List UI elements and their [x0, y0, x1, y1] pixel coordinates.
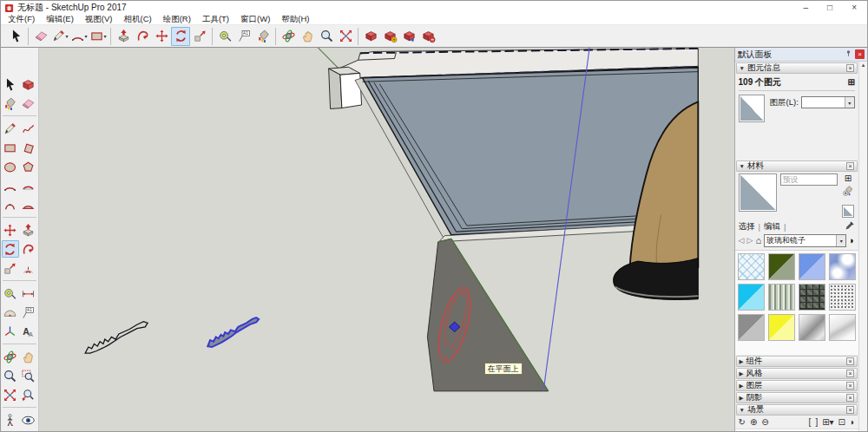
arc-tool-button[interactable] [2, 177, 19, 194]
walk-tool-button[interactable] [2, 411, 19, 429]
zoom-tool-button[interactable] [317, 27, 336, 46]
material-swatch-mirror-metal[interactable] [799, 314, 825, 341]
section-header-styles[interactable]: ▶风格× [736, 368, 858, 379]
section-header-entity-info[interactable]: ▼ 图元信息 × [736, 62, 858, 74]
collection-dropdown[interactable]: 玻璃和镜子 ▾ [764, 234, 846, 247]
back-icon[interactable]: ◁ [739, 236, 745, 245]
scale-tool-button[interactable] [190, 27, 209, 46]
minimize-button[interactable]: – [804, 2, 809, 14]
material-name-input[interactable] [780, 173, 838, 186]
update-scene-icon[interactable]: ↻ [739, 417, 746, 428]
move-tool-button[interactable] [152, 27, 171, 46]
close-section-button[interactable]: × [846, 382, 854, 389]
section-header-scenes[interactable]: ▼场景× [736, 404, 858, 416]
create-material-icon[interactable] [843, 185, 854, 198]
pin-icon[interactable] [845, 49, 852, 59]
bracket-left-icon[interactable]: [ [809, 417, 812, 428]
secondary-pane-toggle-icon[interactable]: ⊞ [848, 77, 855, 87]
panel-title-bar[interactable]: 默认面板 × [735, 48, 867, 62]
panel-scrollbar[interactable]: ▴ [858, 62, 867, 432]
menu-item-0[interactable]: 文件(F) [8, 14, 35, 25]
follow-me-tool-button[interactable] [20, 240, 37, 258]
paint-bucket-tool-button[interactable] [2, 95, 19, 112]
section-plane-tool-button[interactable] [361, 27, 380, 46]
follow-me-tool-button[interactable] [133, 27, 152, 46]
expand-icon[interactable]: ▶ [740, 383, 744, 389]
zoom-extents-tool-button[interactable] [336, 27, 355, 46]
section-header-layers[interactable]: ▶图层× [736, 380, 858, 391]
push-pull-tool-button[interactable] [114, 27, 133, 46]
push-pull-tool-button[interactable] [20, 221, 37, 239]
3d-text-tool-button[interactable] [20, 323, 37, 340]
zoom-window-tool-button[interactable] [20, 367, 37, 384]
material-swatch-glass-block[interactable] [799, 284, 825, 311]
section-header-shadows[interactable]: ▶阴影× [736, 392, 858, 403]
three-point-arc-tool-button[interactable] [2, 196, 19, 213]
material-swatch-glass-obscure[interactable] [829, 284, 856, 311]
section-header-components[interactable]: ▶组件× [736, 356, 858, 367]
text-tool-button[interactable] [20, 304, 37, 321]
menu-item-2[interactable]: 视图(V) [85, 14, 113, 25]
remove-scene-icon[interactable]: ⊖ [761, 417, 768, 428]
close-section-button[interactable]: × [846, 406, 854, 414]
rotate-tool-button[interactable] [2, 240, 19, 258]
section-fill-tool-button[interactable] [418, 27, 437, 46]
two-point-arc-tool-button[interactable] [20, 177, 37, 194]
rotated-rectangle-tool-button[interactable] [20, 139, 37, 156]
circle-tool-button[interactable] [2, 158, 19, 175]
close-section-button[interactable]: × [846, 394, 854, 402]
pie-tool-button[interactable] [20, 196, 37, 213]
menu-item-7[interactable]: 帮助(H) [281, 14, 309, 25]
close-section-button[interactable]: × [846, 162, 854, 170]
viewport-3d[interactable]: 在平面上 [39, 48, 734, 432]
text-tool-button[interactable] [234, 27, 253, 46]
close-button[interactable]: × [852, 2, 857, 14]
material-swatch-glass-blue[interactable] [799, 253, 825, 280]
select-tool-button[interactable] [2, 75, 19, 93]
select-tool-button[interactable] [6, 27, 25, 46]
material-swatch-glass-sky[interactable] [829, 253, 856, 280]
material-swatch-mirror-white[interactable] [829, 314, 856, 341]
protractor-tool-button[interactable] [2, 304, 19, 321]
tape-measure-tool-button[interactable] [215, 27, 234, 46]
rectangle-tool-button[interactable] [2, 139, 19, 156]
scroll-up-icon[interactable]: ▴ [862, 62, 865, 68]
look-around-tool-button[interactable] [20, 411, 37, 429]
material-swatch-glass-lattice[interactable] [738, 253, 765, 280]
show-details-icon[interactable]: ⊡ [838, 417, 845, 428]
model-canvas[interactable] [39, 48, 734, 432]
scenes-thumbnails[interactable] [735, 429, 858, 432]
chevron-down-icon[interactable]: ▾ [845, 97, 854, 108]
zoom-tool-button[interactable] [2, 367, 19, 384]
panel-detail-arrow-icon[interactable]: ◗ [850, 417, 855, 428]
move-tool-button[interactable] [2, 221, 19, 239]
section-cuts-tool-button[interactable] [399, 27, 418, 46]
line-tool-button[interactable]: ▾ [50, 27, 69, 46]
zoom-extents-tool-button[interactable] [2, 386, 19, 403]
dropdown-arrow-icon[interactable]: ▾ [103, 33, 106, 39]
layer-dropdown[interactable]: ▾ [801, 96, 855, 108]
material-swatch-glass-gray[interactable] [738, 314, 765, 341]
menu-item-1[interactable]: 编辑(E) [46, 14, 74, 25]
make-component-tool-button[interactable] [20, 75, 37, 93]
orbit-tool-button[interactable] [279, 27, 298, 46]
freehand-tool-button[interactable] [20, 120, 37, 137]
material-swatch-glass-yellow[interactable] [768, 314, 795, 341]
collapse-icon[interactable]: ▼ [740, 65, 745, 71]
pan-tool-button[interactable] [20, 348, 37, 365]
material-swatch-glass-cyan[interactable] [738, 284, 765, 311]
menu-item-5[interactable]: 工具(T) [202, 14, 229, 25]
chevron-down-icon[interactable]: ▾ [836, 235, 845, 246]
close-section-button[interactable]: × [846, 357, 854, 365]
tab-edit[interactable]: 编辑 [764, 221, 780, 232]
scale-tool-button[interactable] [2, 259, 19, 277]
details-arrow-icon[interactable]: ◗ [849, 235, 855, 245]
material-swatch-glass-ribbed[interactable] [768, 284, 795, 311]
expand-icon[interactable]: ▶ [740, 370, 744, 377]
home-icon[interactable]: ⌂ [755, 235, 761, 245]
section-header-materials[interactable]: ▼ 材料 × [736, 160, 858, 172]
sample-paint-icon[interactable] [845, 220, 855, 232]
rotate-tool-button[interactable] [171, 27, 190, 46]
eraser-tool-button[interactable] [31, 27, 50, 46]
tab-select[interactable]: 选择 [739, 221, 755, 232]
